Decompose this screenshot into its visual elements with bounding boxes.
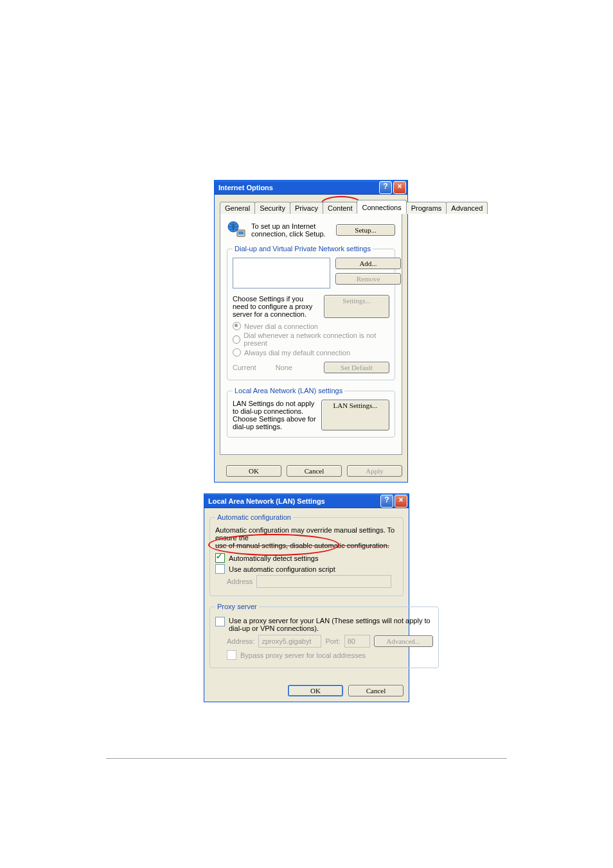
current-label: Current (233, 364, 256, 371)
close-icon[interactable]: × (393, 181, 406, 194)
auto-detect-row[interactable]: Automatically detect settings (215, 553, 398, 563)
address-label: Address (227, 578, 253, 585)
add-button[interactable]: Add... (335, 258, 401, 269)
settings-hint: Choose Settings if you need to configure… (233, 295, 319, 318)
proxy-port-label: Port: (325, 637, 340, 645)
lan-settings-dialog: Local Area Network (LAN) Settings ? × Au… (204, 493, 409, 702)
page-divider (106, 758, 507, 759)
auto-script-label: Use automatic configuration script (229, 565, 335, 573)
automatic-config-legend: Automatic configuration (215, 513, 293, 521)
lan-settings-button[interactable]: LAN Settings... (321, 400, 389, 430)
radio-dial-when-absent: Dial whenever a network connection is no… (233, 332, 389, 347)
proxy-port-input: 80 (344, 635, 370, 648)
dialog-title: Local Area Network (LAN) Settings (208, 497, 325, 505)
tab-security[interactable]: Security (254, 202, 290, 214)
automatic-config-group: Automatic configuration Automatic config… (209, 513, 404, 596)
help-icon[interactable]: ? (380, 495, 393, 508)
titlebar[interactable]: Internet Options ? × (215, 181, 407, 195)
current-value: None (276, 364, 305, 371)
tab-content[interactable]: Content (323, 202, 358, 214)
radio-always-dial: Always dial my default connection (233, 348, 389, 357)
connections-listbox[interactable] (233, 258, 330, 288)
script-address-input (256, 575, 391, 588)
proxy-server-group: Proxy server Use a proxy server for your… (209, 603, 439, 668)
remove-button: Remove (335, 273, 401, 285)
set-default-button: Set Default (324, 362, 389, 373)
close-icon[interactable]: × (395, 495, 407, 508)
dialog-title: Internet Options (218, 184, 273, 191)
checkbox-icon[interactable] (215, 564, 225, 574)
checkbox-icon (227, 650, 236, 660)
tab-connections[interactable]: Connections (357, 200, 406, 214)
bypass-label: Bypass proxy server for local addresses (240, 651, 366, 659)
checkbox-icon[interactable] (215, 617, 225, 626)
lan-settings-group: Local Area Network (LAN) settings LAN Se… (227, 387, 395, 438)
dialup-vpn-legend: Dial-up and Virtual Private Network sett… (233, 245, 373, 252)
radio-icon (233, 335, 240, 344)
ok-button[interactable]: OK (288, 685, 343, 696)
auto-detect-label: Automatically detect settings (229, 554, 318, 562)
proxy-address-input: zproxy5.gigabyt (258, 635, 321, 648)
use-proxy-label: Use a proxy server for your LAN (These s… (229, 617, 433, 632)
globe-connection-icon (227, 220, 246, 240)
tab-general[interactable]: General (220, 202, 255, 214)
use-proxy-row[interactable]: Use a proxy server for your LAN (These s… (215, 617, 433, 632)
help-icon[interactable]: ? (379, 181, 392, 194)
dialog-footer: OK Cancel Apply (215, 460, 407, 482)
radio-icon (233, 348, 241, 357)
tab-programs[interactable]: Programs (406, 202, 447, 214)
radio-icon (233, 322, 241, 330)
setup-button[interactable]: Setup... (336, 224, 395, 236)
tab-page-connections: To set up an Internet connection, click … (220, 213, 402, 455)
cancel-button[interactable]: Cancel (287, 465, 342, 477)
svg-rect-2 (238, 231, 244, 235)
internet-options-dialog: Internet Options ? × General Security Pr… (214, 180, 408, 483)
checkbox-checked-icon[interactable] (215, 553, 225, 563)
dialog-footer: OK Cancel (204, 680, 409, 702)
cancel-button[interactable]: Cancel (348, 685, 404, 696)
apply-button: Apply (347, 465, 402, 477)
lan-settings-legend: Local Area Network (LAN) settings (233, 387, 344, 394)
radio-never-dial: Never dial a connection (233, 322, 389, 330)
proxy-server-legend: Proxy server (215, 603, 259, 610)
dial-settings-button: Settings... (324, 295, 389, 318)
advanced-button: Advanced... (374, 635, 433, 647)
tab-privacy[interactable]: Privacy (290, 202, 323, 214)
tab-strip: General Security Privacy Content Connect… (220, 200, 402, 213)
lan-settings-text: LAN Settings do not apply to dial-up con… (233, 400, 316, 430)
ok-button[interactable]: OK (226, 465, 281, 477)
dialup-vpn-group: Dial-up and Virtual Private Network sett… (227, 245, 395, 380)
proxy-address-label: Address: (227, 637, 254, 645)
setup-text: To set up an Internet connection, click … (251, 222, 331, 238)
tab-advanced[interactable]: Advanced (446, 202, 488, 214)
auto-script-row[interactable]: Use automatic configuration script (215, 564, 398, 574)
auto-config-description: Automatic configuration may override man… (215, 526, 398, 549)
titlebar[interactable]: Local Area Network (LAN) Settings ? × (204, 494, 409, 508)
